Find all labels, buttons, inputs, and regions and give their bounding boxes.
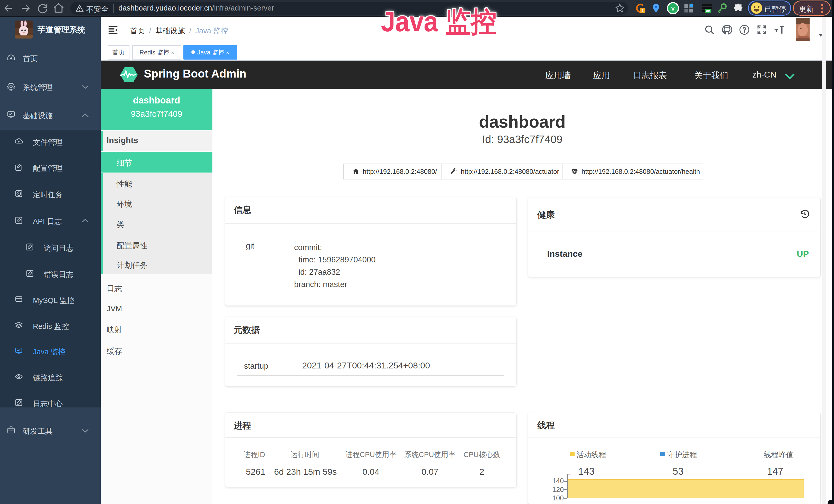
svg-text:on: on bbox=[706, 9, 710, 13]
svg-text:V: V bbox=[671, 5, 675, 12]
svg-text:1: 1 bbox=[642, 8, 644, 13]
